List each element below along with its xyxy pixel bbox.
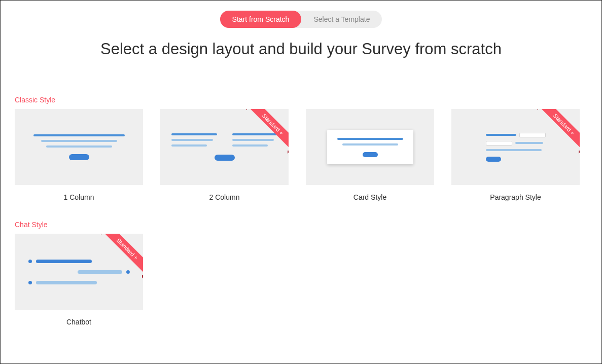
section-label-chat: Chat Style <box>15 221 587 229</box>
thumb-card-style <box>306 109 434 185</box>
layout-card-1-column[interactable]: 1 Column <box>15 109 143 201</box>
toggle-pill: Start from Scratch Select a Template <box>220 11 382 28</box>
layout-card-2-column[interactable]: 2 Column <box>160 109 289 201</box>
thumb-1-column <box>15 109 143 185</box>
thumb-title-paragraph-style: Paragraph Style <box>451 193 580 201</box>
thumb-title-2-column: 2 Column <box>160 193 289 201</box>
page-title: Select a design layout and build your Su… <box>15 40 587 58</box>
thumb-2-column <box>160 109 289 185</box>
layout-card-paragraph-style[interactable]: Paragraph Style <box>451 109 580 201</box>
tab-start-from-scratch[interactable]: Start from Scratch <box>220 11 302 28</box>
classic-card-row: 1 Column <box>15 109 587 201</box>
tab-select-template[interactable]: Select a Template <box>301 11 382 28</box>
chat-card-row: Chatbot <box>15 234 587 326</box>
section-label-classic: Classic Style <box>15 96 587 104</box>
thumb-title-1-column: 1 Column <box>15 193 143 201</box>
layout-card-chatbot[interactable]: Chatbot <box>15 234 143 326</box>
thumb-title-chatbot: Chatbot <box>15 318 143 326</box>
layout-card-card-style[interactable]: Card Style <box>306 109 434 201</box>
view-toggle: Start from Scratch Select a Template <box>15 11 587 28</box>
thumb-title-card-style: Card Style <box>306 193 434 201</box>
thumb-paragraph-style <box>451 109 580 185</box>
thumb-chatbot <box>15 234 143 310</box>
